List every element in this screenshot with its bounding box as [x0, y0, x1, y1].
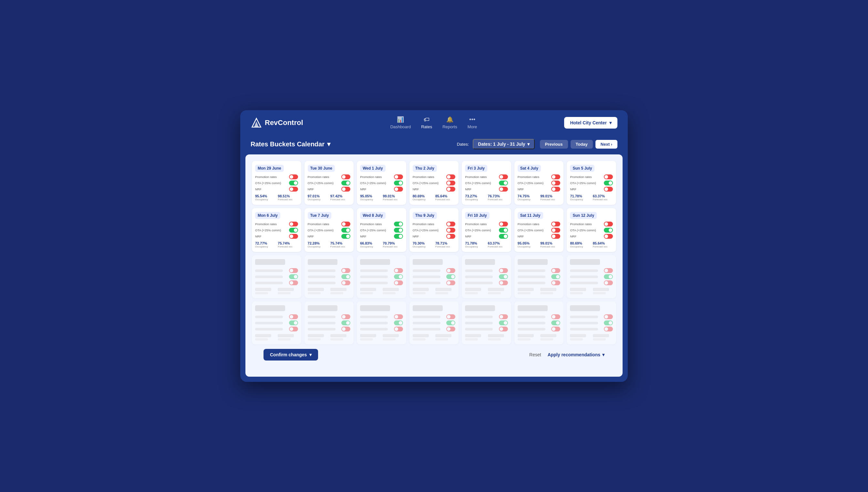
next-button[interactable]: Next ›: [595, 140, 617, 149]
skeleton-rate-row: [255, 268, 298, 273]
toggle-switch[interactable]: [446, 228, 455, 232]
toggle-switch[interactable]: [499, 174, 508, 179]
toggle-switch[interactable]: [289, 228, 298, 232]
toggle-switch[interactable]: [551, 228, 560, 232]
sub-header: Rates Buckets Calendar ▾ Dates: Dates: 1…: [240, 135, 628, 154]
stats-row: 72.28%Occupancy75.74%Forecast occ: [308, 241, 351, 248]
toggle-switch[interactable]: [394, 234, 403, 239]
skeleton-toggle: [446, 280, 455, 285]
day-card-sat11july: Sat 11 JulyPromotion ratesOTA (+25% comm…: [514, 208, 564, 252]
occupancy-value: 72.28%: [308, 241, 328, 245]
day-card-wed8july: Wed 8 JulyPromotion ratesOTA (+25% comm)…: [357, 208, 406, 252]
toggle-switch[interactable]: [341, 187, 350, 192]
skeleton-toggle: [394, 320, 403, 325]
apply-chevron: ▾: [602, 352, 605, 357]
toggle-switch[interactable]: [604, 174, 613, 179]
skeleton-stats-row: [413, 288, 456, 294]
skeleton-stats-row: [518, 334, 561, 341]
ota-rate-label: OTA (+25% comm): [255, 181, 281, 185]
toggle-switch[interactable]: [394, 174, 403, 179]
toggle-switch[interactable]: [499, 180, 508, 186]
occupancy-value: 80.69%: [413, 194, 433, 198]
toggle-switch[interactable]: [394, 180, 403, 186]
nrf-rate-row: NRF: [465, 187, 508, 192]
toggle-switch[interactable]: [446, 234, 455, 239]
toggle-switch[interactable]: [551, 187, 560, 192]
toggle-switch[interactable]: [341, 222, 350, 226]
toggle-switch[interactable]: [604, 228, 613, 232]
forecast-stat: 85.64%Forecast occ: [435, 194, 455, 201]
forecast-label: Forecast occ: [278, 245, 298, 248]
toggle-switch[interactable]: [446, 222, 455, 226]
ota-rate-label: OTA (+25% comm): [570, 228, 596, 232]
toggle-switch[interactable]: [341, 228, 350, 232]
toggle-switch[interactable]: [446, 187, 455, 192]
toggle-switch[interactable]: [289, 180, 298, 186]
forecast-stat: 63.37%Forecast occ: [488, 241, 508, 248]
toggle-switch[interactable]: [551, 180, 560, 186]
forecast-label: Forecast occ: [435, 245, 455, 248]
skeleton-day-card: [305, 255, 354, 298]
hotel-selector-button[interactable]: Hotel City Center ▾: [564, 117, 617, 128]
toggle-switch[interactable]: [551, 234, 560, 239]
skeleton-rate-row: [465, 320, 508, 325]
skeleton-rate-row: [518, 327, 561, 331]
toggle-switch[interactable]: [499, 228, 508, 232]
dates-label: Dates:: [457, 142, 469, 147]
reset-button[interactable]: Reset: [529, 352, 541, 357]
toggle-switch[interactable]: [604, 234, 613, 239]
toggle-switch[interactable]: [341, 180, 350, 186]
toggle-switch[interactable]: [499, 187, 508, 192]
nav-more[interactable]: ••• More: [467, 116, 477, 129]
toggle-switch[interactable]: [551, 222, 560, 226]
toggle-switch[interactable]: [394, 187, 403, 192]
nrf-rate-label: NRF: [360, 235, 366, 238]
nav-dashboard[interactable]: 📊 Dashboard: [390, 116, 411, 129]
nav-reports[interactable]: 🔔 Reports: [442, 116, 457, 129]
toggle-switch[interactable]: [289, 174, 298, 179]
skeleton-toggle: [499, 314, 508, 319]
skeleton-toggle: [446, 314, 455, 319]
occupancy-label: Occupancy: [518, 245, 538, 248]
toggle-switch[interactable]: [604, 180, 613, 186]
ota-rate-label: OTA (+25% comm): [570, 181, 596, 185]
toggle-switch[interactable]: [289, 234, 298, 239]
app-container: RevControl 📊 Dashboard 🏷 Rates 🔔 Reports…: [240, 110, 628, 382]
toggle-switch[interactable]: [446, 180, 455, 186]
skeleton-toggle: [551, 314, 560, 319]
skeleton-day-card: [305, 301, 354, 344]
skeleton-stats-row: [465, 334, 508, 341]
toggle-switch[interactable]: [551, 174, 560, 179]
day-card-sat4july: Sat 4 JulyPromotion ratesOTA (+25% comm)…: [514, 161, 564, 205]
hotel-selector-label: Hotel City Center: [570, 120, 607, 125]
toggle-switch[interactable]: [394, 222, 403, 226]
previous-button[interactable]: Previous: [540, 140, 568, 149]
toggle-switch[interactable]: [499, 222, 508, 226]
toggle-switch[interactable]: [499, 234, 508, 239]
toggle-switch[interactable]: [604, 187, 613, 192]
skeleton-toggle: [394, 327, 403, 331]
promo-rate-label: Promotion rates: [570, 222, 592, 226]
page-title[interactable]: Rates Buckets Calendar ▾: [251, 140, 330, 148]
date-range-picker[interactable]: Dates: 1 July - 31 July ▾: [473, 139, 534, 149]
confirm-changes-button[interactable]: Confirm changes ▾: [263, 349, 318, 361]
toggle-switch[interactable]: [341, 174, 350, 179]
confirm-chevron: ▾: [309, 352, 312, 357]
toggle-switch[interactable]: [289, 187, 298, 192]
occupancy-label: Occupancy: [308, 198, 328, 201]
forecast-value: 98.51%: [278, 194, 298, 198]
toggle-switch[interactable]: [446, 174, 455, 179]
skeleton-toggle: [289, 327, 298, 331]
skeleton-rate-row: [308, 327, 351, 331]
toggle-switch[interactable]: [604, 222, 613, 226]
toggle-switch[interactable]: [394, 228, 403, 232]
skeleton-toggle: [289, 314, 298, 319]
toggle-switch[interactable]: [341, 234, 350, 239]
skeleton-stats-row: [360, 334, 403, 341]
nrf-rate-row: NRF: [570, 187, 613, 192]
nrf-rate-label: NRF: [465, 235, 471, 238]
nav-rates[interactable]: 🏷 Rates: [421, 116, 432, 129]
toggle-switch[interactable]: [289, 222, 298, 226]
apply-recommendations-button[interactable]: Apply recommendations ▾: [548, 352, 605, 357]
today-button[interactable]: Today: [570, 140, 593, 149]
